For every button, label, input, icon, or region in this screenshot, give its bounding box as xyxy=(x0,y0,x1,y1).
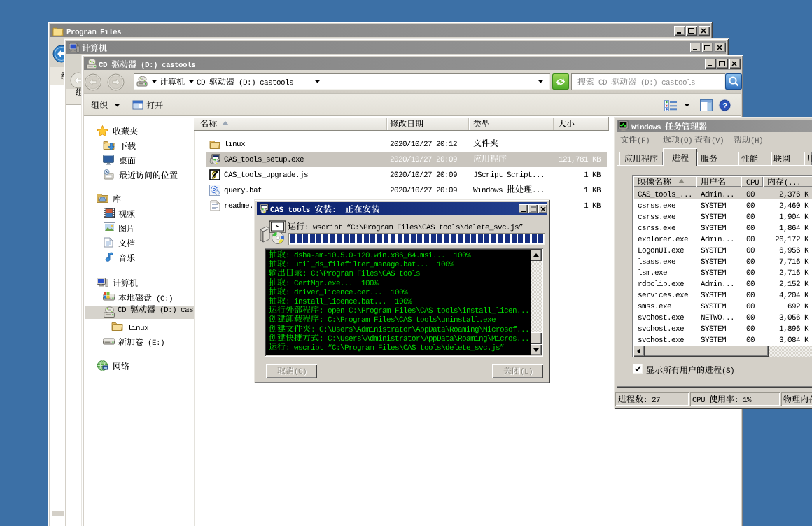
svg-text:?: ? xyxy=(722,101,727,110)
